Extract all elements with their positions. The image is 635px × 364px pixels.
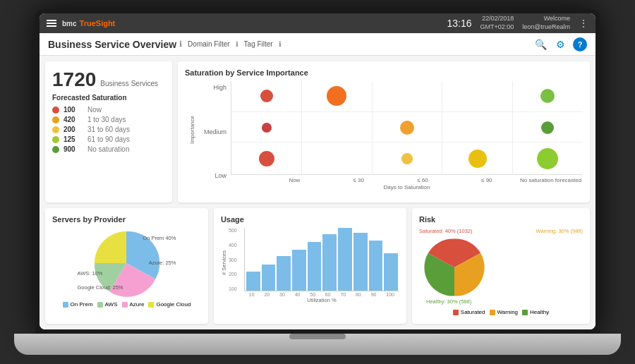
laptop-frame: bmc TrueSight 13:16 22/02/2018 GMT+02:00… — [14, 9, 621, 355]
bubble-1-0 — [327, 86, 346, 106]
forecast-row-30: 420 1 to 30 days — [52, 116, 165, 123]
dot-none — [52, 146, 59, 153]
legend-label-aws: AWS — [105, 301, 118, 308]
usage-x-axis-label: Utilization % — [244, 297, 399, 303]
nav-bar: Business Service Overview ℹ Domain Filte… — [40, 33, 595, 56]
risk-title: Risk — [419, 215, 583, 224]
risk-healthy-label: Healthy: 30% (588) — [426, 298, 471, 305]
legend-dot-saturated — [453, 310, 459, 315]
legend-dot-warning — [490, 310, 495, 315]
bar-9 — [369, 241, 383, 291]
bar-6 — [322, 234, 337, 291]
bubble-0-1 — [262, 123, 272, 133]
domain-filter-icon[interactable]: ℹ — [236, 40, 238, 48]
x-label-90: ≤ 90 — [454, 177, 519, 183]
legend-gcloud: Google Cloud — [148, 301, 190, 308]
forecast-row-90: 125 61 to 90 days — [52, 135, 165, 143]
dot-now — [52, 107, 59, 114]
x-label-30: ≤ 30 — [327, 177, 391, 183]
bar-chart-area — [244, 228, 399, 291]
bar-2 — [262, 265, 276, 291]
bubble-2-2 — [401, 153, 413, 164]
servers-card: Servers by Provider — [45, 208, 208, 324]
domain-filter-label[interactable]: Domain Filter — [188, 40, 229, 48]
y-label-high: High — [199, 84, 226, 91]
count-now: 100 — [64, 106, 83, 114]
help-icon[interactable]: ? — [573, 37, 587, 51]
desc-30: 1 to 30 days — [87, 116, 126, 123]
legend-label-healthy: Healthy — [530, 309, 549, 315]
usage-title: Usage — [221, 215, 399, 224]
bottom-section: Servers by Provider — [45, 208, 590, 324]
tag-filter-icon[interactable]: ℹ — [279, 40, 282, 48]
usage-y-labels: 500 400 300 200 100 — [229, 228, 238, 291]
biz-services-card: 1720 Business Services Forecasted Satura… — [45, 61, 172, 202]
count-30: 420 — [64, 116, 83, 123]
legend-azure: Azure — [122, 301, 145, 308]
clock: 13:16 — [447, 18, 472, 29]
count-60: 200 — [64, 126, 83, 133]
truesight-label: TrueSight — [80, 19, 116, 28]
servers-legend: On Prem AWS Azure — [52, 301, 201, 308]
desc-now: Now — [87, 106, 102, 114]
forecast-rows: 100 Now 420 1 to 30 days 200 — [52, 106, 165, 153]
forecast-title: Forecasted Saturation — [52, 94, 165, 102]
legend-dot-onprem — [63, 302, 68, 308]
topbar: bmc TrueSight 13:16 22/02/2018 GMT+02:00… — [40, 13, 595, 33]
bubble-0-0 — [260, 90, 273, 102]
title-info-icon[interactable]: ℹ — [179, 40, 182, 49]
topbar-right: 13:16 22/02/2018 GMT+02:00 Welcome leon@… — [447, 15, 589, 31]
usage-y-title: # Services — [221, 250, 227, 275]
legend-dot-aws — [97, 302, 103, 308]
x-label-60: ≤ 60 — [391, 177, 455, 183]
pie-label-gcloud: Google Cloud: 25% — [77, 284, 123, 291]
bar-3 — [277, 256, 291, 291]
legend-dot-azure — [122, 302, 128, 308]
servers-title: Servers by Provider — [52, 215, 201, 224]
usage-bar-wrapper: 500 400 300 200 100 — [229, 228, 399, 298]
risk-chart-row: Healthy: 30% (588) — [419, 236, 583, 299]
legend-dot-gcloud — [148, 302, 154, 308]
settings-icon[interactable]: ⚙ — [553, 37, 567, 51]
usage-card: Usage # Services 500 400 300 200 100 — [214, 208, 406, 324]
screen-content: bmc TrueSight 13:16 22/02/2018 GMT+02:00… — [40, 13, 595, 329]
bar-10 — [384, 253, 398, 291]
dot-30 — [52, 116, 59, 123]
bubble-4-0 — [540, 89, 555, 103]
legend-label-saturated: Saturated — [461, 309, 485, 315]
nav-icons: 🔍 ⚙ ? — [533, 37, 587, 51]
menu-icon[interactable] — [47, 20, 56, 27]
laptop-base — [14, 334, 621, 355]
search-icon[interactable]: 🔍 — [533, 37, 548, 51]
topbar-more-icon[interactable]: ⋮ — [579, 18, 588, 29]
risk-pie-svg — [419, 236, 490, 299]
saturation-card: Saturation by Service Importance Importa… — [178, 61, 590, 202]
risk-legend: Saturated Warning Healthy — [419, 309, 583, 315]
x-axis-title: Days to Saturation — [231, 184, 583, 190]
datetime-info: 22/02/2018 GMT+02:00 — [480, 15, 514, 31]
tag-filter-label[interactable]: Tag Filter — [244, 40, 273, 48]
laptop-screen: bmc TrueSight 13:16 22/02/2018 GMT+02:00… — [35, 9, 600, 334]
bubble-4-2 — [537, 148, 558, 169]
legend-dot-healthy — [522, 310, 528, 315]
legend-label-gcloud: Google Cloud — [156, 301, 190, 308]
count-90: 125 — [64, 135, 83, 143]
pie-label-aws: AWS: 10% — [77, 270, 102, 277]
forecast-row-none: 900 No saturation — [52, 145, 165, 153]
desc-60: 31 to 60 days — [87, 126, 130, 133]
bubble-2-1 — [400, 121, 414, 135]
pie-chart-container: On Prem 40% Azure: 25% AWS: 10% Google C… — [77, 228, 176, 298]
x-axis-labels: Now ≤ 30 ≤ 60 ≤ 90 No saturation forecas… — [262, 177, 583, 183]
main-content: 1720 Business Services Forecasted Satura… — [40, 56, 595, 329]
bmc-text: bmc — [62, 20, 77, 28]
usage-x-labels: 10 20 30 40 50 60 70 80 90 100 — [244, 292, 399, 297]
welcome-info: Welcome leon@trueRealm — [522, 15, 570, 31]
saturation-plot: Now ≤ 30 ≤ 60 ≤ 90 No saturation forecas… — [231, 81, 583, 190]
bar-1 — [246, 272, 260, 291]
forecast-row-60: 200 31 to 60 days — [52, 126, 165, 133]
risk-card: Risk Saturated: 40% (1032) Warning: 30% … — [412, 208, 590, 324]
bubble-3-2 — [468, 150, 487, 168]
biz-label: Business Services — [100, 80, 158, 87]
biz-count: 1720 Business Services — [52, 68, 165, 91]
risk-warning-label: Warning: 30% (988) — [536, 228, 583, 234]
